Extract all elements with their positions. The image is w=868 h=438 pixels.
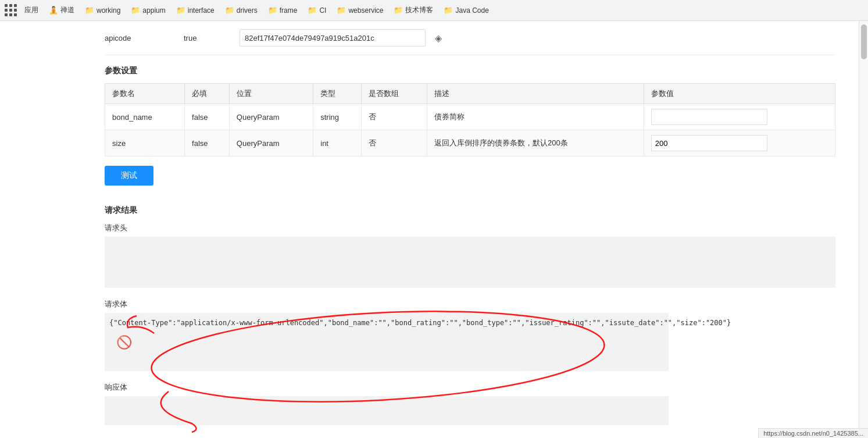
- webservice-label: webservice: [348, 6, 383, 15]
- zendao-icon: 🧘: [49, 6, 58, 15]
- folder-icon-working: 📁: [85, 6, 94, 15]
- param-isarray-2: 否: [362, 130, 427, 156]
- apicode-input[interactable]: [240, 29, 426, 47]
- folder-icon-ci: 📁: [308, 6, 317, 15]
- col-header-position: 位置: [229, 84, 313, 104]
- param-name-2: size: [105, 130, 185, 156]
- folder-icon-frame: 📁: [268, 6, 277, 15]
- request-header-section: 请求头: [105, 223, 835, 290]
- techblog-label: 技术博客: [405, 5, 433, 15]
- param-value-cell-2: [644, 130, 835, 156]
- bookmark-techblog[interactable]: 📁 技术博客: [390, 4, 437, 16]
- request-result-header: 请求结果: [105, 205, 835, 216]
- apicode-row: apicode true ◈: [105, 21, 835, 55]
- param-name-1: bond_name: [105, 104, 185, 130]
- param-required-1: false: [185, 104, 230, 130]
- javacode-label: Java Code: [455, 6, 488, 15]
- folder-icon-javacode: 📁: [444, 6, 453, 15]
- response-body-textarea[interactable]: [105, 396, 669, 425]
- test-button[interactable]: 测试: [105, 166, 153, 186]
- col-header-isarray: 是否数组: [362, 84, 427, 104]
- folder-icon-webservice: 📁: [337, 6, 346, 15]
- params-section-header: 参数设置: [105, 66, 835, 76]
- request-header-textarea[interactable]: [105, 237, 835, 288]
- code-toggle-icon[interactable]: ◈: [435, 33, 442, 44]
- bookmark-javacode[interactable]: 📁 Java Code: [440, 5, 492, 16]
- col-header-name: 参数名: [105, 84, 185, 104]
- scrollbar[interactable]: [859, 21, 868, 438]
- param-type-1: string: [313, 104, 362, 130]
- request-header-label: 请求头: [105, 223, 835, 233]
- col-header-required: 必填: [185, 84, 230, 104]
- bookmark-apps[interactable]: 应用: [21, 4, 42, 16]
- apps-label: 应用: [24, 5, 38, 15]
- bookmark-ci[interactable]: 📁 CI: [304, 5, 330, 16]
- url-bar: https://blog.csdn.net/n0_1425385...: [758, 428, 868, 438]
- param-position-1: QueryParam: [229, 104, 313, 130]
- bookmark-appium[interactable]: 📁 appium: [127, 5, 169, 16]
- apicode-true-value: true: [184, 34, 230, 42]
- request-body-textarea[interactable]: [105, 313, 669, 371]
- working-label: working: [97, 6, 120, 15]
- param-value-input-2[interactable]: [651, 135, 767, 151]
- bookmarks-bar: 应用 🧘 禅道 📁 working 📁 appium 📁 interface 📁…: [0, 0, 868, 21]
- response-body-section: 响应体: [105, 382, 835, 427]
- content-area: apicode true ◈ 参数设置 参数名 必填 位置 类型 是否数组 描述…: [0, 21, 868, 438]
- param-required-2: false: [185, 130, 230, 156]
- param-isarray-1: 否: [362, 104, 427, 130]
- bookmark-working[interactable]: 📁 working: [81, 5, 124, 16]
- ci-label: CI: [319, 6, 326, 15]
- bookmark-interface[interactable]: 📁 interface: [173, 5, 218, 16]
- interface-label: interface: [188, 6, 215, 15]
- table-row: size false QueryParam int 否 返回入库倒排序的债券条数…: [105, 130, 835, 156]
- folder-icon-techblog: 📁: [394, 6, 403, 15]
- param-value-input-1[interactable]: [651, 109, 767, 125]
- param-position-2: QueryParam: [229, 130, 313, 156]
- main-content: apicode true ◈ 参数设置 参数名 必填 位置 类型 是否数组 描述…: [0, 21, 859, 438]
- col-header-desc: 描述: [427, 84, 644, 104]
- request-body-label: 请求体: [105, 299, 835, 309]
- apicode-label: apicode: [105, 34, 174, 42]
- scrollbar-thumb[interactable]: [861, 24, 867, 59]
- param-desc-1: 债券简称: [427, 104, 644, 130]
- request-body-section: 请求体 {"Content-Type":"application/x-www-f…: [105, 299, 835, 373]
- frame-label: frame: [280, 6, 298, 15]
- folder-icon-drivers: 📁: [225, 6, 234, 15]
- table-row: bond_name false QueryParam string 否 债券简称: [105, 104, 835, 130]
- col-header-type: 类型: [313, 84, 362, 104]
- response-body-label: 响应体: [105, 382, 835, 393]
- param-type-2: int: [313, 130, 362, 156]
- col-header-value: 参数值: [644, 84, 835, 104]
- appium-label: appium: [142, 6, 165, 15]
- bookmark-zendao[interactable]: 🧘 禅道: [45, 4, 78, 16]
- apps-icon[interactable]: [5, 4, 17, 17]
- bookmark-frame[interactable]: 📁 frame: [265, 5, 301, 16]
- folder-icon-interface: 📁: [176, 6, 185, 15]
- zendao-label: 禅道: [60, 5, 74, 15]
- params-table: 参数名 必填 位置 类型 是否数组 描述 参数值 bond_name false…: [105, 83, 835, 156]
- bookmark-webservice[interactable]: 📁 webservice: [333, 5, 387, 16]
- folder-icon-appium: 📁: [131, 6, 140, 15]
- param-desc-2: 返回入库倒排序的债券条数，默认200条: [427, 130, 644, 156]
- bookmark-drivers[interactable]: 📁 drivers: [222, 5, 261, 16]
- drivers-label: drivers: [237, 6, 258, 15]
- param-value-cell-1: [644, 104, 835, 130]
